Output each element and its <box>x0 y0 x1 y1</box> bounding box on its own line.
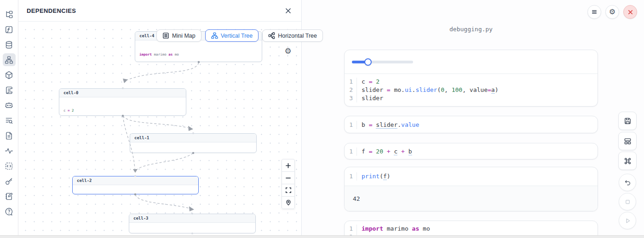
close-panel-button[interactable] <box>283 6 293 16</box>
line-number: 1 <box>345 225 357 233</box>
node-title: cell-0 <box>59 89 186 97</box>
gear-icon: ⚙ <box>609 8 615 16</box>
graph-node-cell-0[interactable]: cell-0 c = 2 slider = mo.ui.slider(0, 10… <box>59 88 186 116</box>
interrupt-button[interactable] <box>619 193 636 210</box>
sidebar-item-scratchpad[interactable] <box>3 190 16 203</box>
node-title: cell-1 <box>130 134 256 142</box>
help-icon <box>5 207 13 216</box>
cell-console-output: 42 <box>345 186 598 211</box>
notebook-menu-button[interactable] <box>587 5 601 19</box>
sidebar-item-dependencies[interactable] <box>3 53 16 66</box>
undo-button[interactable] <box>619 174 636 191</box>
line-number: 1 <box>345 147 357 156</box>
sidebar-item-file-explorer[interactable] <box>3 8 16 21</box>
horizontal-tree-button[interactable]: Horizontal Tree <box>262 29 323 42</box>
focus-selection-button[interactable] <box>282 196 295 209</box>
search-list-icon <box>5 116 13 125</box>
node-code: print(f) <box>129 223 255 233</box>
document-icon <box>5 131 13 140</box>
scroll-icon <box>5 86 13 95</box>
sidebar-item-chat[interactable] <box>3 99 16 112</box>
sidebar-item-logs[interactable] <box>3 84 16 96</box>
notebook-cell: 1print(f) 42 <box>344 167 598 211</box>
notebook-panel: debugging.py 1c = 2 2slider = mo.ui.slid… <box>302 0 644 238</box>
code-editor[interactable]: 1f = 20 + c + b <box>345 143 598 159</box>
notebook-cell: 1c = 2 2slider = mo.ui.slider(0, 100, va… <box>344 50 598 107</box>
package-cube-icon <box>5 71 13 79</box>
bottom-edge-strip <box>0 235 644 238</box>
sidebar-item-secrets[interactable] <box>3 175 16 187</box>
close-icon <box>627 9 633 15</box>
zoom-out-button[interactable] <box>282 171 295 184</box>
dependency-graph-canvas[interactable]: cell-4 import marimo as mo a = 20 cell-0… <box>18 22 301 235</box>
sidebar-item-snippets[interactable] <box>3 159 16 172</box>
line-number: 1 <box>345 121 357 129</box>
activity-pulse-icon <box>5 147 13 155</box>
close-icon <box>285 7 292 14</box>
sidebar-item-variables[interactable] <box>3 23 16 36</box>
sidebar-item-scratchpad-search[interactable] <box>3 114 16 127</box>
layout-panels-icon <box>624 137 632 145</box>
dependency-graph-icon <box>5 56 13 64</box>
play-icon <box>624 217 631 224</box>
key-icon <box>5 177 13 186</box>
stop-icon <box>624 198 631 205</box>
slider-track[interactable] <box>352 61 413 63</box>
fit-view-button[interactable] <box>282 184 295 197</box>
database-icon <box>5 40 13 49</box>
plus-icon <box>285 162 292 169</box>
graph-zoom-controls <box>282 159 295 209</box>
notebook-cell: 1b = slider.value <box>344 116 598 133</box>
line-number: 1 <box>345 78 357 86</box>
app-layout-button[interactable] <box>618 132 637 150</box>
dependencies-panel: DEPENDENCIES cell- <box>18 0 302 238</box>
sidebar-item-datasources[interactable] <box>3 38 16 51</box>
hamburger-menu-icon <box>591 9 598 15</box>
node-code: f = 20 + c + b <box>73 185 198 194</box>
code-editor[interactable]: 1b = slider.value <box>345 116 598 133</box>
shutdown-button[interactable] <box>623 5 637 19</box>
chat-bot-icon <box>5 101 13 110</box>
command-icon <box>624 157 632 165</box>
run-all-button[interactable] <box>619 212 636 229</box>
slider-handle[interactable] <box>364 58 372 66</box>
line-number: 1 <box>345 172 357 181</box>
vertical-tree-icon <box>211 32 218 39</box>
undo-icon <box>624 179 631 186</box>
save-button[interactable] <box>618 112 637 130</box>
sidebar-item-help[interactable] <box>3 205 16 218</box>
code-editor[interactable]: 1print(f) <box>345 167 598 186</box>
settings-button[interactable]: ⚙ <box>605 5 619 19</box>
sidebar-item-documentation[interactable] <box>3 129 16 142</box>
code-box-icon <box>5 162 13 170</box>
node-code: b = slider.value <box>130 142 256 153</box>
mini-map-button[interactable]: Mini Map <box>156 29 201 42</box>
notebook-filename[interactable]: debugging.py <box>344 26 598 33</box>
left-sidebar <box>0 0 18 238</box>
node-code: c = 2 slider = mo.ui.slider(0, 100, valu… <box>59 97 186 116</box>
graph-node-cell-2[interactable]: cell-2 f = 20 + c + b <box>72 176 199 194</box>
dependencies-header: DEPENDENCIES <box>18 0 301 22</box>
notebook-cell: 1f = 20 + c + b <box>344 143 598 159</box>
node-title: cell-2 <box>73 176 198 185</box>
graph-view-toolbar: Mini Map Vertical Tree Horizontal Tree <box>156 29 323 42</box>
node-title: cell-3 <box>129 214 255 223</box>
zoom-in-button[interactable] <box>282 159 295 172</box>
file-tree-icon <box>5 10 13 19</box>
line-number: 2 <box>345 86 357 94</box>
dependencies-title: DEPENDENCIES <box>27 7 76 14</box>
graph-settings-gear-icon[interactable]: ⚙ <box>284 47 292 55</box>
graph-node-cell-1[interactable]: cell-1 b = slider.value <box>130 133 257 153</box>
minus-icon <box>285 175 292 181</box>
sidebar-item-packages[interactable] <box>3 68 16 81</box>
vertical-tree-button[interactable]: Vertical Tree <box>205 29 259 42</box>
locate-pin-icon <box>285 199 292 206</box>
notebook-pen-icon <box>5 192 13 201</box>
graph-node-cell-3[interactable]: cell-3 print(f) <box>129 214 256 233</box>
sidebar-item-tracing[interactable] <box>3 144 16 157</box>
fullscreen-icon <box>285 187 292 193</box>
keyboard-shortcuts-button[interactable] <box>618 152 637 170</box>
cell-output-slider <box>345 50 598 74</box>
code-editor[interactable]: 1c = 2 2slider = mo.ui.slider(0, 100, va… <box>345 74 598 107</box>
horizontal-tree-icon <box>268 32 275 39</box>
